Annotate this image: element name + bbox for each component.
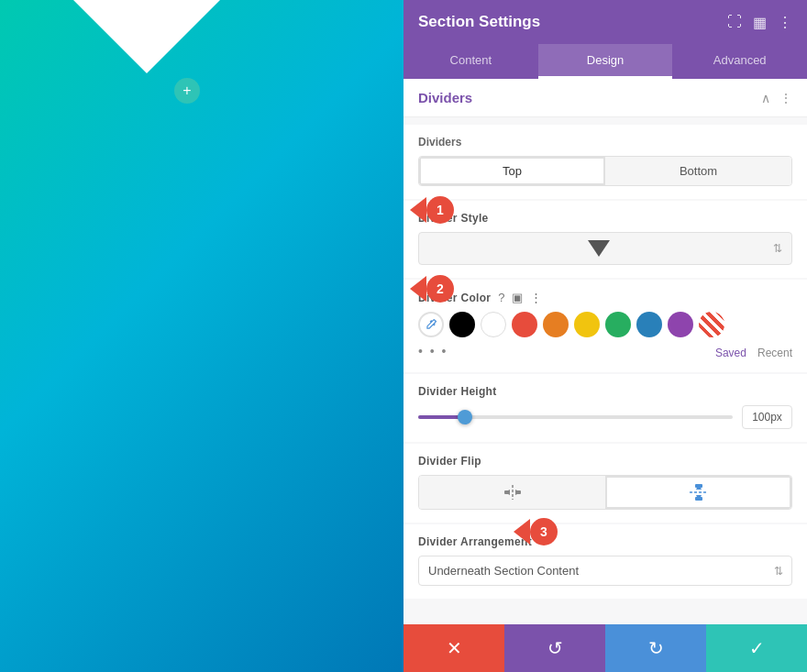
divider-flip-group: Divider Flip [404,444,807,523]
panel-header: Section Settings ⛶ ▦ ⋮ [404,0,807,44]
divider-arrangement-label: Divider Arrangement [418,535,792,548]
more-options-icon[interactable]: ⋮ [778,14,792,31]
recent-link[interactable]: Recent [757,347,792,359]
step-2-pointer [410,276,426,302]
divider-style-label: Divider Style [418,212,792,225]
flip-vertical-button[interactable] [605,476,791,509]
bottom-toggle-button[interactable]: Bottom [605,157,791,185]
triangle-style-icon [588,240,610,257]
panel-tabs: Content Design Advanced [404,44,807,79]
flip-horizontal-button[interactable] [419,476,605,509]
dividers-toggle-group: Dividers Top Bottom [404,125,807,199]
tab-content[interactable]: Content [404,44,538,79]
divider-style-select[interactable]: ⇅ [418,232,792,265]
color-saved-row: Saved Recent [715,347,792,359]
panel-header-icons: ⛶ ▦ ⋮ [727,14,792,31]
section-header-icons: ∧ ⋮ [761,91,792,105]
step-1-badge: 1 [426,196,454,224]
cancel-button[interactable]: ✕ [404,624,504,672]
height-slider-track[interactable] [418,415,733,419]
color-purple[interactable] [668,312,693,337]
step-3-badge: 3 [530,518,558,545]
redo-button[interactable]: ↻ [605,624,706,672]
collapse-icon[interactable]: ∧ [761,91,770,105]
step-1-pointer [410,197,426,223]
background-area [0,0,408,672]
step-2-badge: 2 [426,275,454,303]
section-more-icon[interactable]: ⋮ [779,91,792,105]
color-blue[interactable] [636,312,662,337]
saved-link[interactable]: Saved [715,347,746,359]
height-slider-value[interactable]: 100px [742,405,792,429]
tab-advanced[interactable]: Advanced [672,44,807,79]
panel-title: Section Settings [418,13,540,31]
reset-button[interactable]: ↺ [504,624,605,672]
color-device-icon[interactable]: ▣ [512,291,523,304]
color-green[interactable] [605,312,631,337]
divider-height-label: Divider Height [418,385,792,398]
color-help-icon[interactable]: ? [498,291,504,304]
panel-content: Dividers ∧ ⋮ Dividers Top Bottom Divider… [404,79,807,624]
columns-icon[interactable]: ▦ [753,14,767,31]
divider-arrangement-group: Divider Arrangement Underneath Section C… [404,524,807,599]
add-section-button[interactable]: + [174,78,200,104]
svg-marker-3 [504,490,510,495]
top-toggle-button[interactable]: Top [419,157,605,185]
confirm-button[interactable]: ✓ [706,624,807,672]
arrangement-select[interactable]: Underneath Section Content [418,556,792,586]
panel-footer: ✕ ↺ ↻ ✓ [404,624,807,672]
color-more-icon[interactable]: ⋮ [530,291,542,304]
color-orange[interactable] [543,312,569,337]
expand-icon[interactable]: ⛶ [727,14,742,30]
tab-design[interactable]: Design [538,44,673,79]
divider-flip-label: Divider Flip [418,455,792,468]
svg-marker-4 [515,490,521,495]
color-swatches-row [418,312,792,337]
divider-style-group: Divider Style ⇅ [404,201,807,278]
color-red[interactable] [512,312,537,337]
style-select-arrow: ⇅ [773,242,782,255]
dividers-section-title: Dividers [418,90,472,105]
color-striped[interactable] [699,312,724,337]
eyedropper-button[interactable] [418,312,444,337]
divider-color-group: Divider Color ? ▣ ⋮ [404,280,807,372]
settings-panel: Section Settings ⛶ ▦ ⋮ Content Design Ad… [404,0,807,672]
color-yellow[interactable] [574,312,600,337]
color-black[interactable] [449,312,475,337]
dividers-field-label: Dividers [418,136,792,149]
top-bottom-toggle: Top Bottom [418,156,792,186]
more-colors-icon[interactable]: • • • [418,344,448,358]
arrangement-select-wrapper: Underneath Section Content ⇅ [418,556,792,586]
triangle-shape [73,0,220,73]
dividers-section-header: Dividers ∧ ⋮ [404,79,807,117]
color-white[interactable] [481,312,506,337]
step-3-pointer [514,519,530,545]
divider-height-group: Divider Height 100px [404,374,807,442]
divider-flip-toggle [418,475,792,510]
triangle-decoration [73,0,220,73]
divider-height-slider-row: 100px [418,405,792,429]
height-slider-thumb[interactable] [458,410,472,424]
